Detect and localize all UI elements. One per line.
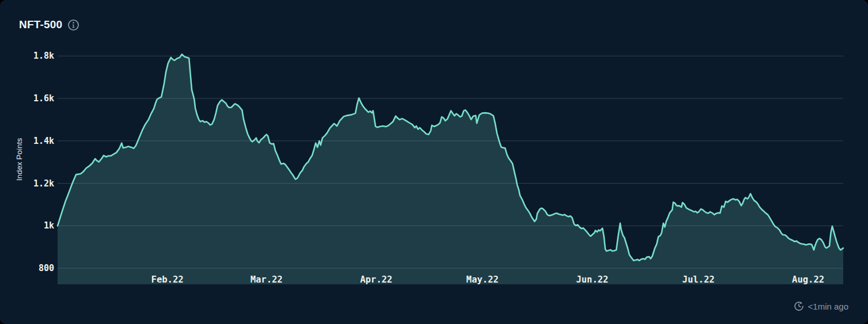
- info-icon[interactable]: [67, 19, 79, 31]
- chart-plot-area[interactable]: [58, 46, 843, 284]
- y-tick-1.4k: 1.4k: [33, 136, 54, 146]
- y-axis-label: Index Points: [15, 138, 24, 181]
- y-tick-1.2k: 1.2k: [33, 178, 54, 189]
- last-updated: <1min ago: [794, 301, 848, 311]
- nft-index-card: NFT-500 1.8k1.6k1.4k1.2k1k800Feb.22Mar.2…: [0, 0, 868, 324]
- y-tick-1k: 1k: [44, 220, 54, 231]
- y-tick-1.6k: 1.6k: [33, 93, 54, 104]
- y-tick-1.8k: 1.8k: [33, 51, 54, 61]
- page-title: NFT-500: [19, 18, 62, 31]
- card-header: NFT-500: [19, 18, 79, 31]
- history-icon: [794, 301, 804, 311]
- y-tick-800: 800: [39, 263, 54, 273]
- last-updated-label: <1min ago: [808, 302, 848, 311]
- index-area-chart[interactable]: 1.8k1.6k1.4k1.2k1k800Feb.22Mar.22Apr.22M…: [0, 0, 868, 324]
